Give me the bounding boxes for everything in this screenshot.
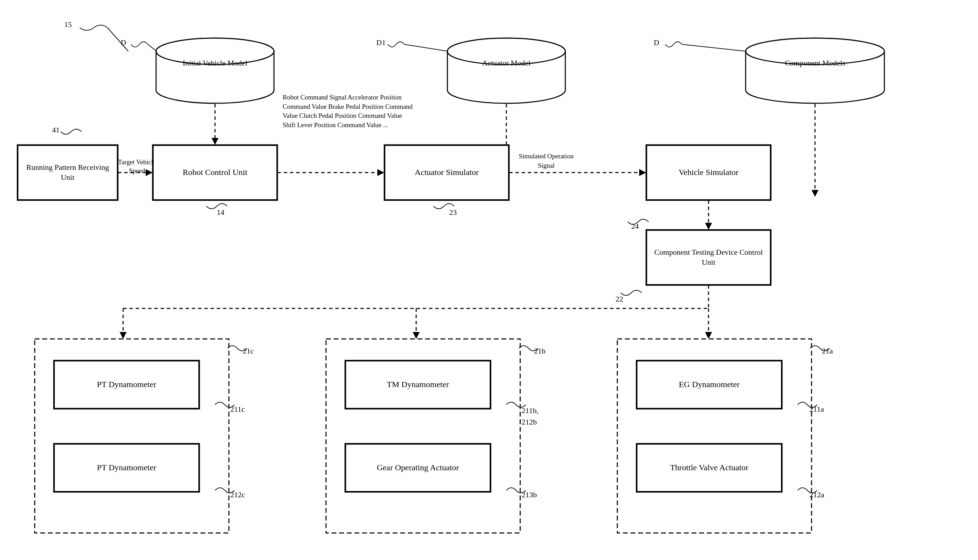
actuator-simulator-box: Actuator Simulator [384,145,509,200]
svg-marker-23 [811,190,819,197]
vehicle-simulator-box: Vehicle Simulator [646,145,771,200]
svg-line-55 [148,44,157,51]
throttle-valve-box: Throttle Valve Actuator [636,443,782,492]
component-models-label: Component Models [746,58,884,68]
svg-marker-19 [212,138,219,145]
ref-21b: 21b [534,347,545,355]
pt-dynamometer-1-box: PT Dynamometer [54,360,199,409]
robot-command-signal-label: Robot Command Signal Accelerator Positio… [283,93,415,130]
simulated-op-label: Simulated Operation Signal [517,152,576,170]
pt-dynamometer-2-box: PT Dynamometer [54,443,199,492]
svg-marker-42 [413,332,420,339]
target-speed-label: Target Vehicle Speed [118,158,156,175]
ref-211a: 211a [809,405,824,414]
ref-22: 22 [615,295,623,303]
svg-marker-40 [120,332,127,339]
ref-d3-label: D [654,38,659,47]
ref-14: 14 [217,208,224,217]
ref-21c: 21c [243,347,254,355]
ref-23: 23 [449,208,457,217]
svg-marker-29 [377,169,384,176]
svg-marker-44 [705,332,712,339]
ref-d1: D [121,38,126,47]
tm-dynamometer-box: TM Dynamometer [345,360,491,409]
ref-212a: 212a [809,490,824,499]
svg-marker-32 [639,169,646,176]
diagram-container: 15 D D1 D Initial Vehicle Model Actuator… [0,0,978,560]
ref-41: 41 [52,125,60,135]
component-testing-box: Component Testing Device Control Unit [646,230,771,285]
svg-line-57 [682,44,746,51]
svg-marker-35 [705,223,712,230]
ref-15: 15 [64,20,72,29]
ref-213b: 213b [522,490,537,499]
ref-211b: 211b,212b [522,405,538,428]
eg-dynamometer-box: EG Dynamometer [636,360,782,409]
robot-control-unit-box: Robot Control Unit [152,145,278,200]
ref-24: 24 [631,222,639,231]
initial-vehicle-model-label: Initial Vehicle Model [156,58,274,68]
ref-211c: 211c [230,405,245,414]
svg-line-56 [405,44,448,51]
ref-d2-label: D1 [376,38,386,47]
actuator-model-label: Actuator Model [447,58,565,68]
ref-21a: 21a [822,347,833,355]
running-pattern-box: Running Pattern Receiving Unit [17,145,118,200]
gear-operating-box: Gear Operating Actuator [345,443,491,492]
ref-212c: 212c [230,490,245,499]
